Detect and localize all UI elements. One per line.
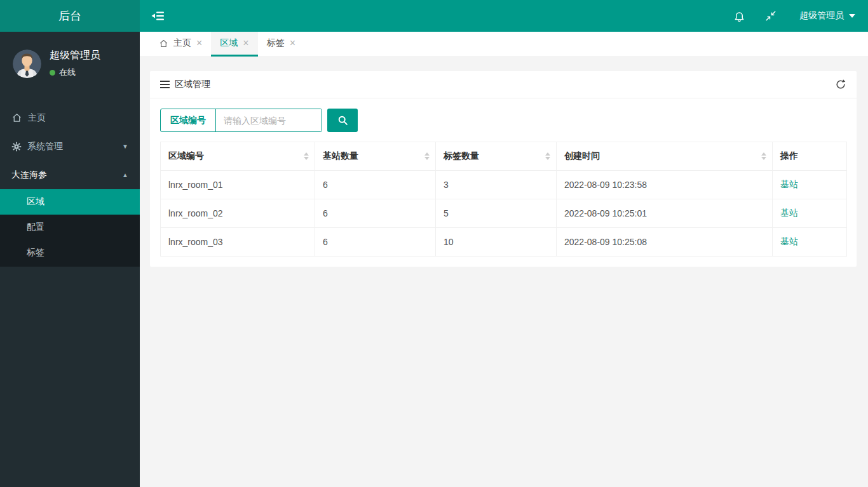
user-menu-label: 超级管理员 bbox=[799, 10, 844, 22]
compress-icon bbox=[765, 10, 776, 22]
cell-station-count: 6 bbox=[315, 171, 436, 199]
cell-actions: 基站 bbox=[773, 199, 847, 228]
tab-label: 区域 bbox=[220, 37, 238, 49]
main-area: 主页 × 区域 × 标签 × bbox=[140, 32, 868, 487]
app-logo[interactable]: 后台 bbox=[0, 0, 140, 32]
cell-area-code: lnrx_room_01 bbox=[161, 171, 315, 199]
cell-area-code: lnrx_room_02 bbox=[161, 199, 315, 228]
refresh-button[interactable] bbox=[835, 79, 846, 90]
search-input-group: 区域编号 bbox=[160, 109, 322, 132]
tab-tags[interactable]: 标签 × bbox=[258, 32, 304, 57]
column-header-actions: 操作 bbox=[773, 142, 847, 171]
cell-tag-count: 10 bbox=[436, 228, 557, 257]
table-row: lnrx_room_02 6 5 2022-08-09 10:25:01 基站 bbox=[161, 199, 847, 228]
notifications-button[interactable] bbox=[723, 0, 755, 32]
search-button[interactable] bbox=[327, 109, 358, 132]
chevron-down-icon bbox=[849, 14, 855, 18]
cell-created-time: 2022-08-09 10:25:08 bbox=[557, 228, 773, 257]
sidebar-item-label: 系统管理 bbox=[27, 141, 63, 152]
bell-icon bbox=[733, 10, 745, 22]
online-status-icon bbox=[50, 70, 55, 76]
column-label: 基站数量 bbox=[323, 150, 358, 161]
sidebar-item-home[interactable]: 主页 bbox=[0, 103, 140, 132]
sort-icon[interactable] bbox=[545, 152, 550, 160]
search-bar: 区域编号 bbox=[160, 109, 846, 132]
sidebar-item-area[interactable]: 区域 bbox=[0, 189, 140, 215]
table-header-row: 区域编号 基站数量 标签数量 bbox=[161, 142, 847, 171]
cell-created-time: 2022-08-09 10:23:58 bbox=[557, 171, 773, 199]
column-header-area-code[interactable]: 区域编号 bbox=[161, 142, 315, 171]
sidebar-user-status: 在线 bbox=[50, 67, 100, 78]
hamburger-icon bbox=[160, 81, 170, 88]
station-link[interactable]: 基站 bbox=[780, 208, 798, 218]
tab-label: 标签 bbox=[267, 37, 285, 49]
sidebar-item-label: 大连海参 bbox=[11, 170, 47, 181]
avatar bbox=[13, 50, 41, 78]
refresh-icon bbox=[835, 79, 846, 90]
area-code-input[interactable] bbox=[216, 109, 322, 131]
tab-area[interactable]: 区域 × bbox=[211, 32, 257, 57]
gear-icon bbox=[11, 142, 22, 152]
sort-icon[interactable] bbox=[761, 152, 766, 160]
sidebar-item-tags[interactable]: 标签 bbox=[0, 240, 140, 265]
panel-title: 区域管理 bbox=[175, 79, 210, 90]
tab-home[interactable]: 主页 × bbox=[150, 32, 211, 57]
sort-icon[interactable] bbox=[304, 152, 309, 160]
table-row: lnrx_room_01 6 3 2022-08-09 10:23:58 基站 bbox=[161, 171, 847, 199]
area-table: 区域编号 基站数量 标签数量 bbox=[160, 142, 847, 257]
column-header-created-time[interactable]: 创建时间 bbox=[557, 142, 773, 171]
sidebar-user-info: 超级管理员 在线 bbox=[50, 49, 100, 78]
fullscreen-exit-button[interactable] bbox=[755, 0, 787, 32]
sidebar-menu: 主页 bbox=[0, 103, 140, 267]
station-link[interactable]: 基站 bbox=[780, 236, 798, 246]
close-icon[interactable]: × bbox=[196, 38, 202, 48]
search-icon bbox=[337, 115, 348, 126]
sidebar-item-dalian-haishen[interactable]: 大连海参 ▲ bbox=[0, 161, 140, 189]
column-label: 操作 bbox=[780, 150, 798, 161]
table-row: lnrx_room_03 6 10 2022-08-09 10:25:08 基站 bbox=[161, 228, 847, 257]
cell-actions: 基站 bbox=[773, 171, 847, 199]
cell-actions: 基站 bbox=[773, 228, 847, 257]
navbar-right: 超级管理员 bbox=[723, 0, 868, 32]
content-area: 区域管理 bbox=[140, 57, 868, 487]
column-header-station-count[interactable]: 基站数量 bbox=[315, 142, 436, 171]
panel-header: 区域管理 bbox=[150, 71, 857, 98]
column-label: 区域编号 bbox=[168, 150, 204, 161]
online-status-label: 在线 bbox=[59, 67, 76, 78]
navbar: 超级管理员 bbox=[140, 0, 868, 32]
cell-station-count: 6 bbox=[315, 199, 436, 228]
sidebar-item-system-management[interactable]: 系统管理 ▼ bbox=[0, 132, 140, 161]
sort-icon[interactable] bbox=[424, 152, 430, 160]
sidebar-item-label: 主页 bbox=[28, 112, 46, 124]
column-label: 标签数量 bbox=[444, 150, 479, 161]
sidebar-submenu: 区域 配置 标签 bbox=[0, 189, 140, 267]
caret-down-icon: ▼ bbox=[122, 143, 128, 150]
admin-app: 后台 bbox=[0, 0, 868, 487]
column-header-tag-count[interactable]: 标签数量 bbox=[436, 142, 557, 171]
cell-created-time: 2022-08-09 10:25:01 bbox=[557, 199, 773, 228]
close-icon[interactable]: × bbox=[290, 38, 295, 48]
home-icon bbox=[11, 112, 22, 123]
user-menu[interactable]: 超级管理员 bbox=[787, 0, 868, 32]
sidebar-user-panel: 超级管理员 在线 bbox=[0, 32, 140, 86]
sidebar: 超级管理员 在线 主页 bbox=[0, 32, 140, 487]
sidebar-item-config[interactable]: 配置 bbox=[0, 215, 140, 240]
cell-station-count: 6 bbox=[315, 228, 436, 257]
close-icon[interactable]: × bbox=[243, 38, 248, 48]
cell-tag-count: 3 bbox=[436, 171, 557, 199]
home-icon bbox=[159, 39, 168, 48]
sidebar-toggle-button[interactable] bbox=[140, 0, 175, 32]
cell-tag-count: 5 bbox=[436, 199, 557, 228]
cell-area-code: lnrx_room_03 bbox=[161, 228, 315, 257]
panel-body: 区域编号 bbox=[150, 98, 857, 267]
station-link[interactable]: 基站 bbox=[780, 179, 798, 189]
tab-bar: 主页 × 区域 × 标签 × bbox=[140, 32, 868, 57]
area-management-panel: 区域管理 bbox=[150, 71, 857, 267]
column-label: 创建时间 bbox=[564, 150, 600, 161]
caret-up-icon: ▲ bbox=[122, 171, 128, 178]
search-field-label: 区域编号 bbox=[161, 109, 216, 131]
sidebar-toggle-icon bbox=[151, 11, 164, 21]
sidebar-user-name: 超级管理员 bbox=[50, 49, 100, 62]
top-header: 后台 bbox=[0, 0, 868, 32]
tab-label: 主页 bbox=[173, 37, 191, 49]
